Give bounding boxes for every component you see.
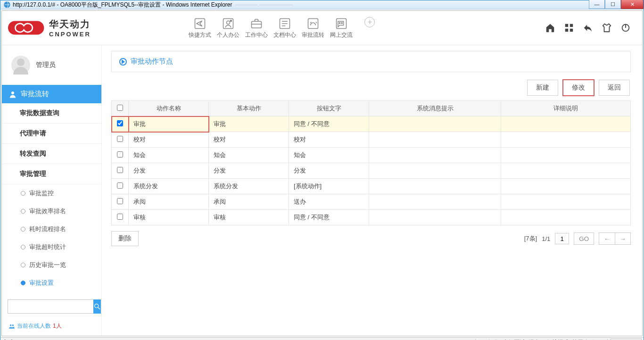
sidebar-item-manage[interactable]: 审批管理 (2, 164, 101, 184)
prev-page-button[interactable]: ← (599, 232, 615, 245)
edit-button[interactable]: 修改 (563, 80, 594, 96)
reply-icon[interactable] (583, 23, 593, 33)
sidebar-sub-settings[interactable]: 审批设置 (2, 274, 101, 292)
new-button[interactable]: 新建 (527, 80, 558, 96)
nav-add[interactable]: + (355, 17, 384, 39)
window-title: http://127.0.0.1/# - OA8000平台版_FPLMYSQL5… (13, 1, 232, 9)
cell-c4 (369, 132, 501, 148)
zoom-control[interactable]: 100% ▼ (611, 339, 642, 340)
cell-c5 (501, 148, 631, 163)
cell-c3: 分发 (289, 163, 369, 179)
sidebar-module-label: 审批流转 (21, 90, 49, 99)
sidebar-module-head[interactable]: 审批流转 (2, 85, 101, 103)
back-button[interactable]: 返回 (599, 80, 630, 96)
app-header: 华天动力 CNPOWER 快捷方式 个人办公 工作中心 (2, 11, 642, 45)
row-checkbox[interactable] (117, 182, 123, 189)
online-count: 当前在线人数 1人 (2, 318, 101, 336)
select-all-checkbox[interactable] (117, 105, 123, 111)
row-checkbox[interactable] (117, 120, 123, 126)
people-icon (8, 323, 15, 330)
table-row[interactable]: 分发分发分发 (112, 163, 631, 179)
svg-rect-6 (252, 21, 262, 28)
close-button[interactable]: ✕ (621, 0, 644, 9)
user-icon (8, 90, 17, 99)
cell-c1: 校对 (129, 132, 209, 148)
cell-c4 (369, 116, 501, 132)
nav-quicklaunch[interactable]: 快捷方式 (186, 17, 214, 39)
row-checkbox[interactable] (117, 198, 123, 204)
row-check-cell (112, 148, 129, 163)
nav-label (369, 31, 371, 38)
cell-c1: 系统分发 (129, 179, 209, 194)
next-page-button[interactable]: → (615, 232, 631, 245)
search-button[interactable] (93, 299, 101, 314)
cell-c5 (501, 163, 631, 179)
header-right (545, 23, 631, 33)
nav-approval[interactable]: 审批流转 (299, 17, 327, 39)
pager-total: [7条] (524, 234, 537, 243)
nav-workcenter[interactable]: 工作中心 (242, 17, 271, 39)
sidebar: 管理员 审批流转 审批数据查询 代理申请 转发查阅 审批管理 审批监控 审批效率… (2, 45, 102, 336)
cell-c1: 分发 (129, 163, 209, 179)
ie-icon (3, 1, 11, 8)
row-checkbox[interactable] (117, 136, 123, 142)
svg-point-5 (230, 19, 232, 22)
logo-en: CNPOWER (49, 31, 91, 38)
svg-point-19 (11, 91, 14, 94)
row-checkbox[interactable] (117, 151, 123, 158)
nav-docs[interactable]: 文档中心 (271, 17, 299, 39)
logo-mark (8, 18, 46, 37)
row-check-cell (112, 163, 129, 179)
th-detail: 详细说明 (501, 101, 631, 116)
sidebar-item-data-query[interactable]: 审批数据查询 (2, 103, 101, 124)
nav-label: 网上交流 (330, 31, 353, 39)
cell-c1: 承阅 (129, 194, 209, 210)
sidebar-sub-history[interactable]: 历史审批一览 (2, 256, 101, 274)
sidebar-item-forward[interactable]: 转发查阅 (2, 144, 101, 164)
home-icon[interactable] (545, 23, 555, 33)
shirt-icon[interactable] (602, 23, 612, 33)
search-icon (93, 303, 101, 310)
go-button[interactable]: GO (574, 232, 594, 245)
row-check-cell (112, 179, 129, 194)
sidebar-scroll[interactable]: 审批数据查询 代理申请 转发查阅 审批管理 审批监控 审批效率排名 耗时流程排名… (2, 103, 101, 292)
table-row[interactable]: 校对校对校对 (112, 132, 631, 148)
svg-rect-8 (308, 18, 318, 28)
minimize-button[interactable]: — (589, 0, 605, 9)
table-row[interactable]: 承阅承阅送办 (112, 194, 631, 210)
table-row[interactable]: 审批审批同意 / 不同意 (112, 116, 631, 132)
table-row[interactable]: 知会知会知会 (112, 148, 631, 163)
window-buttons: — ☐ ✕ (589, 0, 644, 9)
nav-personal[interactable]: 个人办公 (214, 17, 242, 39)
data-table: 动作名称 基本动作 按钮文字 系统消息提示 详细说明 审批审批同意 / 不同意校… (111, 100, 631, 225)
nav-label: 快捷方式 (189, 31, 211, 39)
sidebar-sub-efficiency[interactable]: 审批效率排名 (2, 202, 101, 220)
cell-c2: 承阅 (209, 194, 289, 210)
th-system-msg: 系统消息提示 (369, 101, 501, 116)
row-checkbox[interactable] (117, 167, 123, 173)
cell-c3: 同意 / 不同意 (289, 116, 369, 132)
table-row[interactable]: 审核审核同意 / 不同意 (112, 210, 631, 225)
maximize-button[interactable]: ☐ (605, 0, 621, 9)
panel-title-text: 审批动作节点 (131, 57, 173, 66)
status-bar: 完成 未知区域 (混合) | 保护模式: 禁用 ▼ 100% ▼ (0, 337, 644, 340)
sidebar-sub-timeout[interactable]: 审批超时统计 (2, 238, 101, 256)
power-icon[interactable] (620, 23, 631, 33)
pager: [7条] 1/1 GO ← → (524, 232, 631, 245)
header-check (112, 101, 129, 116)
action-buttons: 新建 修改 返回 (111, 80, 631, 96)
sidebar-sub-monitor[interactable]: 审批监控 (2, 184, 101, 202)
grid-icon[interactable] (564, 23, 574, 33)
row-checkbox[interactable] (117, 214, 123, 220)
sidebar-sub-time[interactable]: 耗时流程排名 (2, 220, 101, 238)
pager-input[interactable] (555, 233, 569, 244)
sidebar-item-proxy[interactable]: 代理申请 (2, 124, 101, 144)
delete-button[interactable]: 删除 (111, 231, 139, 246)
search-input[interactable] (8, 299, 93, 314)
nav-comm[interactable]: 网上交流 (327, 17, 355, 39)
online-number: 1人 (53, 322, 62, 330)
cell-c4 (369, 194, 501, 210)
table-row[interactable]: 系统分发系统分发[系统动作] (112, 179, 631, 194)
cell-c4 (369, 148, 501, 163)
svg-point-18 (17, 58, 25, 66)
